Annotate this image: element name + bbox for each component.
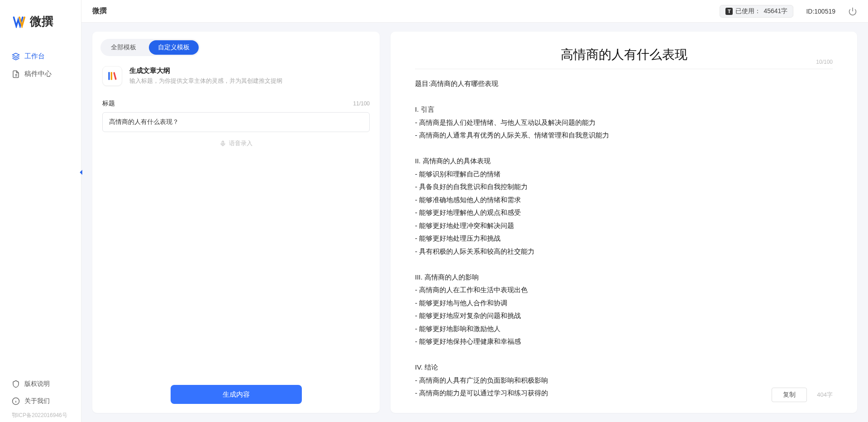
topbar: 微撰 T 已使用： 45641字 ID:100519 xyxy=(81,0,868,23)
nav-label: 版权说明 xyxy=(24,380,50,388)
tab-all-templates[interactable]: 全部模板 xyxy=(102,40,145,55)
right-panel: 高情商的人有什么表现 10/100 题目:高情商的人有哪些表现 I. 引言 - … xyxy=(391,32,857,413)
user-id: ID:100519 xyxy=(806,8,835,15)
title-input[interactable] xyxy=(102,112,370,132)
brand-name: 微撰 xyxy=(30,14,53,29)
voice-input-button[interactable]: 语音录入 xyxy=(102,132,370,155)
title-counter: 11/100 xyxy=(353,100,370,107)
document-title-counter: 10/100 xyxy=(816,59,833,65)
logo-icon xyxy=(13,15,26,28)
main: 全部模板 自定义模板 生成文章大纲 输入标题，为你提供文章主体的灵感，并为其创建… xyxy=(81,23,868,422)
left-panel: 全部模板 自定义模板 生成文章大纲 输入标题，为你提供文章主体的灵感，并为其创建… xyxy=(92,32,380,413)
sidebar-item-drafts[interactable]: 稿件中心 xyxy=(0,65,81,83)
info-icon xyxy=(12,397,20,405)
document-icon xyxy=(12,70,20,78)
sidebar-item-workspace[interactable]: 工作台 xyxy=(0,47,81,65)
shield-icon xyxy=(12,380,20,388)
tab-custom-templates[interactable]: 自定义模板 xyxy=(149,40,199,55)
template-title: 生成文章大纲 xyxy=(129,66,282,75)
svg-rect-1 xyxy=(222,141,224,144)
books-icon xyxy=(106,70,118,82)
sidebar: 微撰 工作台 稿件中心 版权说明 关于我们 鄂ICP备2022016946号 xyxy=(0,0,81,422)
template-tabs: 全部模板 自定义模板 xyxy=(100,39,200,56)
logo: 微撰 xyxy=(0,0,81,47)
nav-label: 工作台 xyxy=(24,52,45,61)
sidebar-item-about[interactable]: 关于我们 xyxy=(0,393,81,410)
microphone-icon xyxy=(219,140,226,147)
text-badge-icon: T xyxy=(725,8,733,15)
char-count: 404字 xyxy=(817,391,833,399)
voice-hint: 语音录入 xyxy=(229,139,253,147)
template-desc: 输入标题，为你提供文章主体的灵感，并为其创建推文提纲 xyxy=(129,77,282,85)
usage-value: 45641字 xyxy=(763,7,787,15)
app-title: 微撰 xyxy=(92,6,107,16)
nav-label: 稿件中心 xyxy=(24,70,52,78)
sidebar-item-copyright[interactable]: 版权说明 xyxy=(0,375,81,393)
document-body[interactable]: 题目:高情商的人有哪些表现 I. 引言 - 高情商是指人们处理情绪、与他人互动以… xyxy=(415,77,833,402)
nav-label: 关于我们 xyxy=(24,397,50,405)
cube-icon xyxy=(12,52,20,61)
icp-footer: 鄂ICP备2022016946号 xyxy=(0,410,81,422)
copy-button[interactable]: 复制 xyxy=(772,388,807,402)
template-icon xyxy=(102,66,122,86)
template-card[interactable]: 生成文章大纲 输入标题，为你提供文章主体的灵感，并为其创建推文提纲 xyxy=(92,62,380,93)
usage-prefix: 已使用： xyxy=(735,7,761,15)
title-label: 标题 xyxy=(102,100,115,108)
usage-pill[interactable]: T 已使用： 45641字 xyxy=(720,5,793,18)
document-title[interactable]: 高情商的人有什么表现 xyxy=(415,46,833,63)
power-icon[interactable] xyxy=(848,7,857,16)
generate-button[interactable]: 生成内容 xyxy=(171,385,302,404)
